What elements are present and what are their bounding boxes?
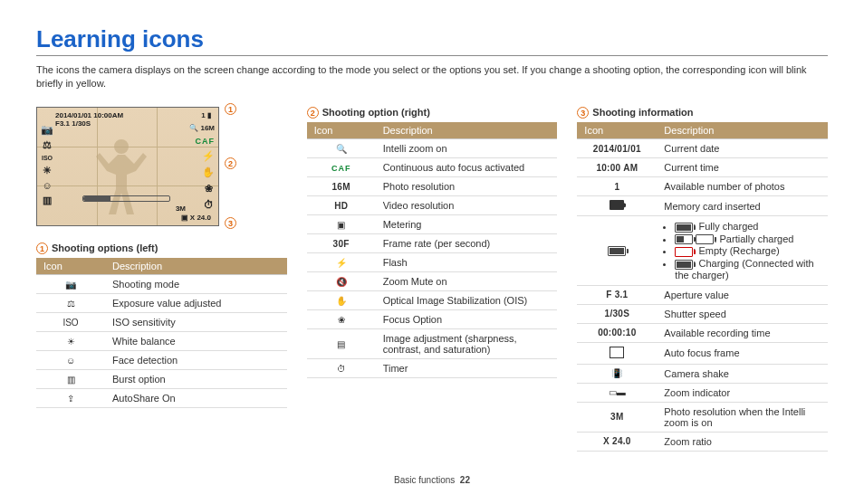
callout-3: 3 [225,217,240,229]
battery-low-icon [696,234,714,244]
row-icon: ▭▬ [609,387,626,397]
osd-zoom-label: 🔍 16M [189,124,215,132]
cell-icon: 10:00 AM [577,158,657,177]
badge-1: 1 [36,242,48,254]
table-row: ⚡Flash [307,253,558,272]
wb-icon: ☀ [41,165,53,176]
cell-desc: Camera shake [657,364,828,383]
osd-zoom-ratio: ▣ X 24.0 [181,214,211,222]
table-row: 🔍Intelli zoom on [307,139,558,158]
cell-icon: ⚖ [36,294,105,313]
cell-icon: ⇪ [36,389,105,408]
grid-line [157,108,158,225]
ev-icon: ⚖ [41,139,53,151]
cell-icon [577,216,657,285]
table-row: : Fully charged : Partially charged: Emp… [577,216,828,285]
row-icon: ▣ [333,220,350,230]
list-item: : Fully charged [675,221,821,233]
cell-desc: Current date [657,139,828,158]
table-row: ❀Focus Option [307,310,558,329]
cell-desc: AutoShare On [105,389,287,408]
row-icon: ▥ [62,375,79,385]
row-icon: ☀ [62,337,79,347]
cell-desc: Timer [376,359,558,378]
table-row: ✋Optical Image Stabilization (OIS) [307,291,558,310]
focus-icon: ❀ [202,183,215,195]
osd-top-right: 1 ▮ [201,111,211,119]
table-row: HDVideo resolution [307,196,558,215]
cell-icon: ▣ [307,215,376,234]
osd-zoom-bar [82,195,170,202]
th-icon: Icon [577,122,657,139]
table-left: Icon Description 📷Shooting mode⚖Exposure… [36,258,287,408]
cell-icon: 30F [307,234,376,253]
osd-date: 2014/01/01 10:00AM [55,111,123,119]
row-icon: ISO [62,318,79,328]
table-row: 📷Shooting mode [36,275,287,294]
footer-page: 22 [460,475,470,485]
callout-1: 1 [225,103,240,115]
cell-icon: F 3.1 [577,285,657,304]
table-row: ☺Face detection [36,351,287,370]
table-info: Icon Description 2014/01/01Current date1… [577,122,828,451]
caf-icon: CAF [331,164,351,173]
row-icon: ⏱ [333,364,350,374]
row-icon: F 3.1 [606,290,628,300]
cell-icon: X 24.0 [577,432,657,451]
table-row: 📳Camera shake [577,364,828,383]
callout-2: 2 [225,157,240,169]
battery-charge-icon [675,260,693,270]
cell-icon: 2014/01/01 [577,139,657,158]
row-icon: 00:00:10 [598,328,636,338]
cell-desc: Photo resolution [376,177,558,196]
cell-icon: ▤ [307,329,376,359]
cell-icon [577,196,657,216]
cell-desc: Exposure value adjusted [105,294,287,313]
osd-caf: CAF [196,137,216,146]
page-footer: Basic functions 22 [36,475,828,485]
cell-desc: Focus Option [376,310,558,329]
memory-card-icon [610,200,624,210]
osd-res: 3M [176,204,186,213]
cell-desc: Video resolution [376,196,558,215]
table-row: 1Available number of photos [577,177,828,196]
cell-icon: ▥ [36,370,105,389]
osd-exposure: F3.1 1/30S [55,119,91,128]
table-row: F 3.1Aperture value [577,285,828,304]
osd-left-icons: 📷 ⚖ ISO ☀ ☺ ▥ [41,124,53,206]
cell-desc: Aperture value [657,285,828,304]
cell-icon: ▭▬ [577,383,657,402]
cell-desc: Continuous auto focus activated [376,158,558,177]
row-icon: 2014/01/01 [593,144,641,154]
osd-right-icons: 🔍 16M CAF ⚡ ✋ ❀ ⏱ [189,124,215,210]
table-row: 2014/01/01Current date [577,139,828,158]
table-row: 16MPhoto resolution [307,177,558,196]
table-right: Icon Description 🔍Intelli zoom onCAFCont… [307,122,558,378]
cell-desc: : Fully charged : Partially charged: Emp… [657,216,828,285]
battery-list: : Fully charged : Partially charged: Emp… [664,221,821,280]
cell-icon: 00:00:10 [577,323,657,342]
cell-desc: Shooting mode [105,275,287,294]
cell-desc: Intelli zoom on [376,139,558,158]
cell-icon: 1/30S [577,304,657,323]
cell-icon [577,342,657,364]
table-row: 1/30SShutter speed [577,304,828,323]
cell-icon: 16M [307,177,376,196]
badge-3: 3 [577,107,589,119]
cell-desc: Zoom ratio [657,432,828,451]
cell-icon: 🔍 [307,139,376,158]
row-icon: 1 [609,182,625,192]
table-row: 00:00:10Available recording time [577,323,828,342]
table-row: 30FFrame rate (per second) [307,234,558,253]
row-icon: ✋ [333,296,350,306]
row-icon: ⚖ [62,299,79,309]
battery-empty-icon [675,247,693,257]
iso-icon: ISO [41,155,53,161]
row-icon: ⚡ [333,258,350,268]
th-icon: Icon [36,258,105,275]
cell-desc: ISO sensitivity [105,313,287,332]
list-item: : Charging (Connected with the charger) [675,258,821,281]
cell-icon: 3M [577,402,657,432]
row-icon: 16M [331,182,350,192]
col-left: 2014/01/01 10:00AM F3.1 1/30S 1 ▮ 📷 ⚖ IS… [36,107,287,409]
